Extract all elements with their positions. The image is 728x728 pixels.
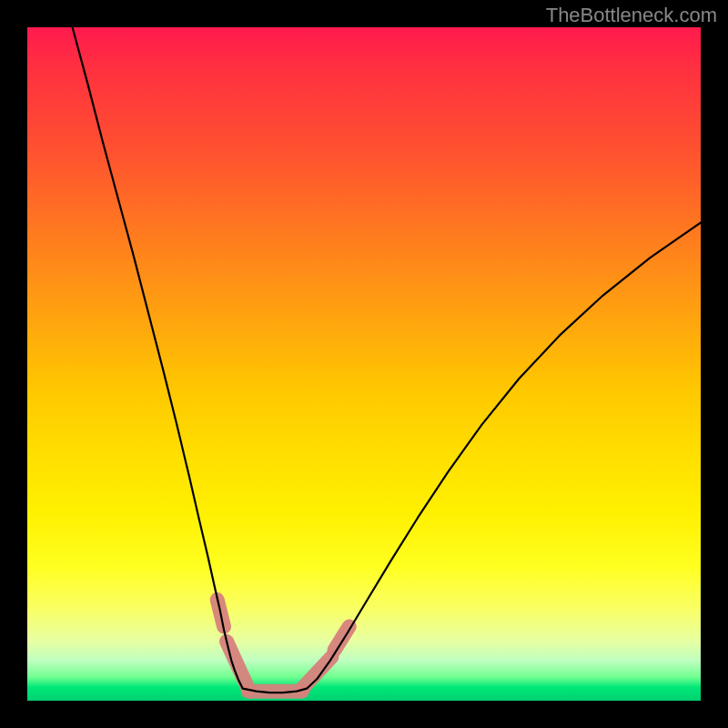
watermark-label: TheBottleneck.com xyxy=(546,4,717,27)
plot-svg xyxy=(27,27,701,701)
bottleneck-curve xyxy=(73,27,701,693)
highlight-segment xyxy=(227,642,248,689)
chart-frame: TheBottleneck.com xyxy=(0,0,728,728)
highlight-segment xyxy=(302,657,332,689)
plot-area xyxy=(27,27,701,701)
highlight-segment xyxy=(334,627,349,651)
